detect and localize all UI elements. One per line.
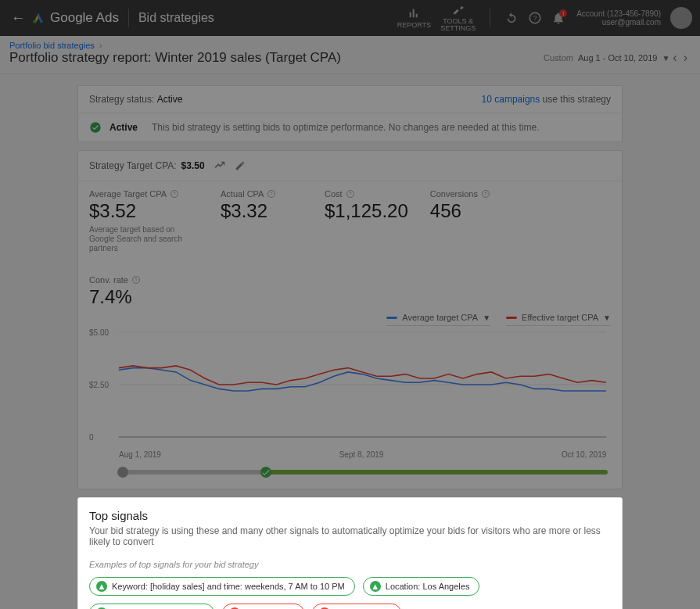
chip-text: Keyword: [holiday sales] and time: weeke… bbox=[112, 582, 345, 591]
signals-title: Top signals bbox=[89, 509, 611, 522]
signal-chips: ▲Keyword: [holiday sales] and time: week… bbox=[89, 577, 611, 609]
signal-chip[interactable]: ▼Device: tablets bbox=[312, 604, 401, 609]
signals-examples-label: Examples of top signals for your bid str… bbox=[89, 560, 611, 569]
signals-subtitle: Your bid strategy is using these and man… bbox=[89, 525, 611, 547]
signal-chip[interactable]: ▼Location: UK bbox=[222, 604, 304, 609]
top-signals-card: Top signals Your bid strategy is using t… bbox=[77, 497, 623, 609]
arrow-up-icon: ▲ bbox=[96, 581, 107, 592]
arrow-up-icon: ▲ bbox=[370, 581, 381, 592]
chip-text: Location: Los Angeles bbox=[386, 582, 470, 591]
signal-chip[interactable]: ▲Keyword: [holiday sales] and time: week… bbox=[89, 577, 355, 596]
signal-chip[interactable]: ▲Location: Los Angeles bbox=[363, 577, 480, 596]
signal-chip[interactable]: ▲Location: San Francisco bbox=[89, 604, 214, 609]
